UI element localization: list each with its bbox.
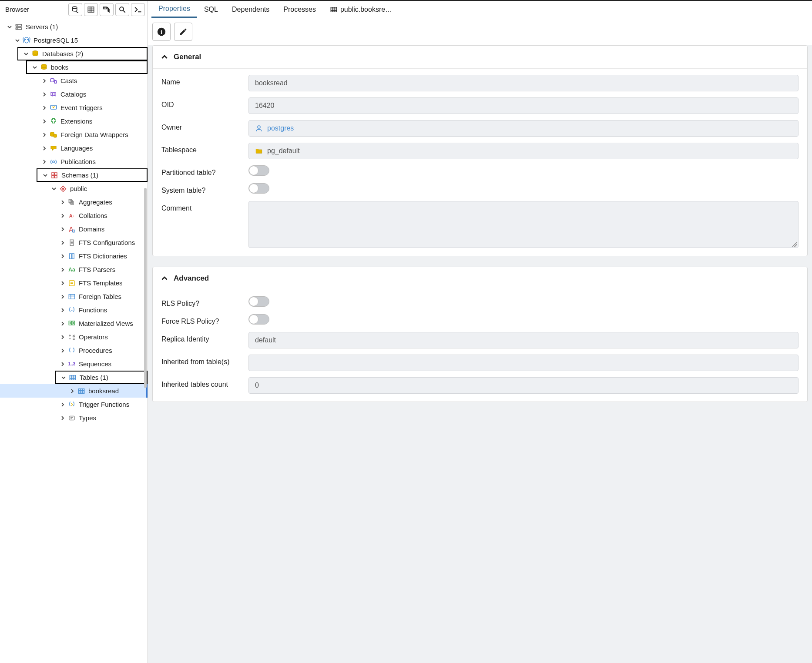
tree-node-publications[interactable]: Publications: [0, 155, 148, 168]
tree-node-functions[interactable]: Functions: [0, 303, 148, 317]
event-triggers-icon: [49, 104, 58, 112]
query-tool-icon[interactable]: [68, 3, 82, 16]
chevron-right-icon[interactable]: [59, 293, 66, 300]
tree-node-databases[interactable]: Databases (2): [17, 47, 148, 60]
tree-node-trigger-functions[interactable]: Trigger Functions: [0, 398, 148, 411]
chevron-down-icon[interactable]: [60, 374, 67, 381]
oid-field: 16420: [248, 97, 799, 114]
chevron-right-icon[interactable]: [59, 415, 66, 422]
folder-icon: [255, 147, 263, 155]
tree-node-public[interactable]: public: [0, 182, 148, 195]
tree-node-foreign-data-wrappers[interactable]: Foreign Data Wrappers: [0, 128, 148, 141]
tree-node-event-triggers[interactable]: Event Triggers: [0, 101, 148, 114]
properties-content: General Name booksread OID 16420 Owner p…: [148, 45, 812, 663]
tree-node-catalogs[interactable]: Catalogs: [0, 87, 148, 101]
tree-node-casts[interactable]: Casts: [0, 74, 148, 87]
chevron-right-icon[interactable]: [41, 131, 48, 138]
tree-node-servers[interactable]: Servers (1): [0, 20, 148, 33]
tree-node-fts-parsers[interactable]: Aa FTS Parsers: [0, 263, 148, 276]
svg-rect-19: [55, 173, 57, 175]
tree-node-procedures[interactable]: Procedures: [0, 344, 148, 357]
general-header[interactable]: General: [153, 46, 807, 69]
tree[interactable]: Servers (1) PostgreSQL 15 Databases (2) …: [0, 18, 148, 663]
tree-node-types[interactable]: Types: [0, 411, 148, 425]
chevron-right-icon[interactable]: [41, 91, 48, 98]
advanced-header[interactable]: Advanced: [153, 267, 807, 290]
languages-icon: [49, 144, 58, 153]
tree-node-collations[interactable]: A↓ Collations: [0, 209, 148, 222]
panel-title: General: [174, 53, 201, 61]
trigger-functions-icon: [67, 400, 76, 409]
tree-node-fts-dictionaries[interactable]: FTS Dictionaries: [0, 249, 148, 263]
chevron-right-icon[interactable]: [59, 320, 66, 327]
publications-icon: [49, 157, 58, 166]
chevron-right-icon[interactable]: [59, 212, 66, 219]
tree-node-schemas[interactable]: Schemas (1): [37, 168, 148, 182]
chevron-right-icon[interactable]: [59, 199, 66, 206]
psql-icon[interactable]: [131, 3, 145, 16]
tab-sql[interactable]: SQL: [197, 2, 225, 17]
tree-node-fts-configurations[interactable]: FTS Configurations: [0, 236, 148, 249]
tree-label: Publications: [60, 158, 96, 165]
chevron-right-icon[interactable]: [59, 253, 66, 260]
svg-point-3: [120, 7, 124, 11]
chevron-down-icon[interactable]: [23, 50, 30, 57]
tab-dependents[interactable]: Dependents: [225, 2, 276, 17]
edit-button[interactable]: [174, 23, 192, 41]
chevron-right-icon[interactable]: [59, 280, 66, 287]
view-data-icon[interactable]: [84, 3, 98, 16]
tree-node-materialized-views[interactable]: Materialized Views: [0, 317, 148, 330]
tree-node-languages[interactable]: Languages: [0, 141, 148, 155]
tree-label: Catalogs: [60, 90, 86, 98]
browser-title: Browser: [3, 6, 29, 13]
filter-icon[interactable]: [100, 3, 114, 16]
tree-node-domains[interactable]: Domains: [0, 222, 148, 236]
chevron-right-icon[interactable]: [41, 118, 48, 125]
tree-label: Extensions: [60, 117, 92, 125]
sidebar-scrollbar[interactable]: [144, 188, 147, 388]
name-label: Name: [161, 75, 248, 86]
partitioned-toggle[interactable]: [248, 165, 269, 176]
tree-node-postgres[interactable]: PostgreSQL 15: [0, 33, 148, 47]
tab-properties[interactable]: Properties: [151, 1, 197, 18]
chevron-down-icon[interactable]: [14, 37, 21, 44]
chevron-right-icon[interactable]: [59, 347, 66, 354]
chevron-down-icon[interactable]: [50, 185, 57, 192]
chevron-right-icon[interactable]: [59, 401, 66, 408]
chevron-right-icon[interactable]: [41, 77, 48, 84]
tree-label: books: [51, 64, 68, 71]
casts-icon: [49, 77, 58, 85]
tree-node-booksread[interactable]: booksread: [0, 384, 148, 398]
tree-node-aggregates[interactable]: Aggregates: [0, 195, 148, 209]
tree-node-sequences[interactable]: 1..3 Sequences: [0, 357, 148, 371]
chevron-right-icon[interactable]: [69, 388, 76, 395]
chevron-down-icon[interactable]: [31, 64, 38, 71]
tab-processes[interactable]: Processes: [276, 2, 323, 17]
chevron-right-icon[interactable]: [59, 307, 66, 314]
tree-label: Casts: [60, 77, 77, 84]
force-rls-toggle[interactable]: [248, 314, 269, 325]
chevron-right-icon[interactable]: [59, 361, 66, 368]
search-icon[interactable]: [115, 3, 129, 16]
tree-node-foreign-tables[interactable]: Foreign Tables: [0, 290, 148, 303]
info-button[interactable]: i: [152, 23, 171, 41]
chevron-down-icon[interactable]: [42, 172, 49, 179]
elephant-icon: [22, 36, 31, 45]
system-table-toggle[interactable]: [248, 183, 269, 194]
tree-node-books[interactable]: books: [26, 60, 148, 74]
tree-label: Functions: [79, 306, 107, 314]
chevron-right-icon[interactable]: [41, 145, 48, 152]
tree-node-tables[interactable]: Tables (1): [55, 371, 148, 384]
chevron-right-icon[interactable]: [59, 226, 66, 233]
tree-node-fts-templates[interactable]: FTS Templates: [0, 276, 148, 290]
chevron-down-icon[interactable]: [6, 23, 13, 30]
tree-node-extensions[interactable]: Extensions: [0, 114, 148, 128]
chevron-right-icon[interactable]: [59, 266, 66, 273]
chevron-right-icon[interactable]: [41, 158, 48, 165]
tree-node-operators[interactable]: Operators: [0, 330, 148, 344]
tab-breadcrumb[interactable]: public.booksre…: [323, 2, 399, 17]
rls-toggle[interactable]: [248, 296, 269, 307]
chevron-right-icon[interactable]: [41, 104, 48, 111]
chevron-right-icon[interactable]: [59, 239, 66, 246]
chevron-right-icon[interactable]: [59, 334, 66, 341]
